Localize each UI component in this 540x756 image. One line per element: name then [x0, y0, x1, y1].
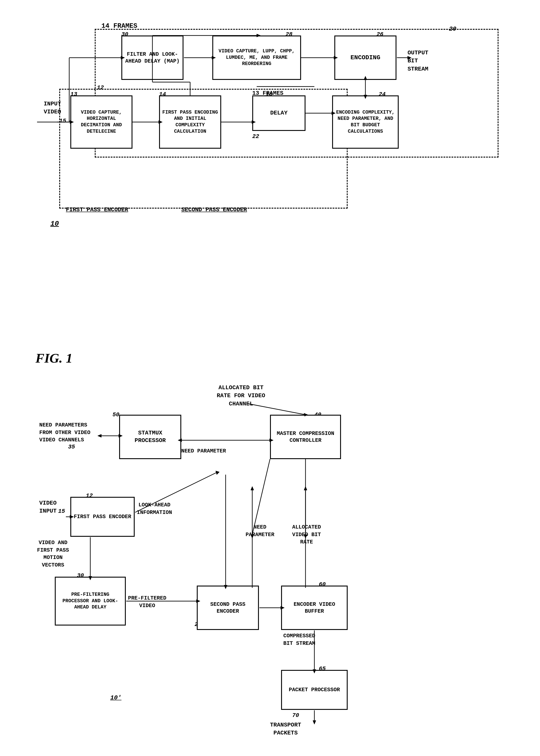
- ref13: 13: [70, 91, 77, 98]
- ref26: 26: [376, 31, 383, 38]
- packet-box: PACKET PROCESSOR: [281, 670, 348, 710]
- spe-label: SECOND PASS ENCODER: [181, 206, 247, 213]
- ref30: 30: [121, 31, 128, 38]
- transport-label: TRANSPORT PACKETS: [270, 721, 301, 737]
- allocated-label: ALLOCATED BIT RATE FOR VIDEO CHANNEL: [217, 384, 265, 408]
- master-box: MASTER COMPRESSION CONTROLLER: [270, 415, 341, 459]
- ref10: 10: [50, 220, 59, 228]
- svg-marker-56: [251, 486, 254, 490]
- lookahead-label: LOOK-AHEAD INFORMATION: [137, 501, 172, 516]
- ref12: 12: [97, 84, 104, 91]
- ref24: 24: [379, 91, 386, 98]
- svg-marker-38: [216, 471, 219, 475]
- compressed-bs-label: COMPRESSED BIT STREAM: [283, 632, 315, 647]
- vcapture-box: VIDEO CAPTURE, HORIZONTAL DECIMATION AND…: [70, 95, 132, 149]
- encoding-box: ENCODING: [334, 36, 396, 80]
- svg-marker-34: [98, 434, 101, 437]
- page: 14 FRAMES 20 FILTER AND LOOK-AHEAD DELAY…: [0, 0, 540, 756]
- ref15: 15: [59, 118, 66, 124]
- prefiltered-label: PRE-FILTERED VIDEO: [128, 594, 166, 609]
- fpe-label: FIRST PASS ENCODER: [66, 206, 128, 213]
- ref10prime: 10': [110, 694, 121, 701]
- prefilter-box: PRE-FILTERING PROCESSOR AND LOOK-AHEAD D…: [55, 577, 126, 626]
- fig2-diagram: ALLOCATED BIT RATE FOR VIDEO CHANNEL 50 …: [26, 379, 514, 756]
- statmux-box: STATMUX PROCESSOR: [119, 415, 181, 459]
- output-label: OUTPUT BIT STREAM: [408, 49, 428, 73]
- ref15-fig2: 15: [58, 508, 65, 515]
- need-params-label: NEED PARAMETERS FROM OTHER VIDEO VIDEO C…: [39, 421, 90, 444]
- firstpass-box: FIRST PASS ENCODING AND INITIAL COMPLEXI…: [159, 95, 221, 149]
- fig1-title: FIG. 1: [36, 351, 522, 366]
- firstpass-fig2: FIRST PASS ENCODER: [70, 497, 135, 537]
- video-input-label: VIDEO INPUT: [39, 499, 57, 515]
- need-param-vertical: NEED PARAMETER: [246, 524, 274, 538]
- ref14: 14: [159, 91, 166, 98]
- encoderbuf-box: ENCODER VIDEO BUFFER: [281, 586, 348, 630]
- svg-marker-54: [313, 720, 316, 724]
- complexity-box: ENCODING COMPLEXITY, NEED PARAMETER, AND…: [332, 95, 399, 149]
- fig1-diagram: 14 FRAMES 20 FILTER AND LOOK-AHEAD DELAY…: [26, 13, 514, 346]
- ref22: 22: [252, 133, 259, 140]
- allocated-video-label: ALLOCATED VIDEO BIT RATE: [292, 524, 321, 546]
- svg-line-45: [252, 459, 270, 534]
- fig2-section: ALLOCATED BIT RATE FOR VIDEO CHANNEL 50 …: [26, 379, 514, 756]
- need-param-label: NEED PARAMETER: [181, 448, 226, 454]
- frames-label: 14 FRAMES: [101, 22, 137, 30]
- ref70: 70: [292, 712, 299, 719]
- delay-box: DELAY: [252, 95, 306, 131]
- capture-box: VIDEO CAPTURE, LUPP, CHPP, LUMDEC, ME, A…: [212, 36, 301, 80]
- ref20: 20: [449, 26, 456, 32]
- ref50: 50: [112, 411, 119, 418]
- video-firstpass-label: VIDEO AND FIRST PASS MOTION VECTORS: [37, 539, 69, 569]
- input-label: INPUT VIDEO: [44, 100, 61, 116]
- ref16: 16: [266, 91, 272, 98]
- svg-marker-58: [304, 486, 307, 490]
- ref35: 35: [68, 444, 75, 450]
- filter-box: FILTER AND LOOK-AHEAD DELAY (MAP): [121, 36, 184, 80]
- secondpass-box: SECOND PASS ENCODER: [197, 586, 259, 630]
- ref28: 28: [286, 31, 292, 38]
